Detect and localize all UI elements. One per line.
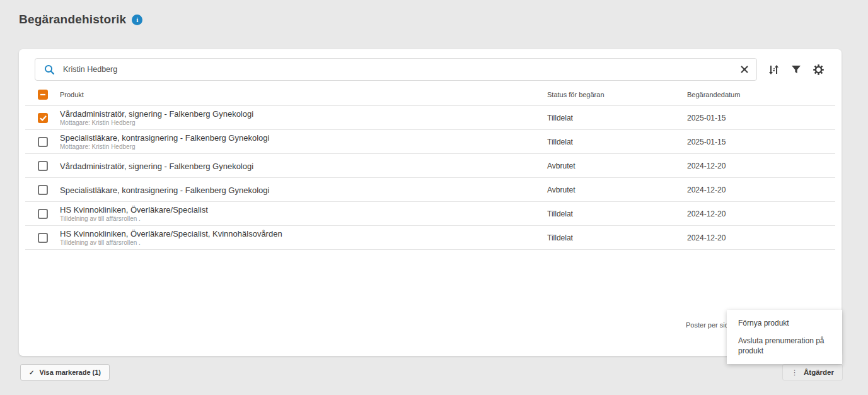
date-cell: 2024-12-20 — [687, 162, 726, 170]
product-subtitle: Tilldelning av till affärsrollen . — [60, 239, 282, 247]
row-checkbox[interactable] — [38, 137, 48, 147]
product-subtitle: Mottagare: Kristin Hedberg — [60, 143, 269, 151]
status-cell: Tilldelat — [547, 209, 573, 218]
row-checkbox[interactable] — [38, 185, 48, 195]
show-selected-label: Visa markerade (1) — [39, 368, 101, 376]
status-cell: Avbrutet — [547, 162, 575, 170]
product-cell: Vårdadministratör, signering - Falkenber… — [60, 109, 253, 127]
product-title: Specialistläkare, kontrasignering - Falk… — [60, 185, 269, 194]
column-header-status[interactable]: Status för begäran — [547, 91, 605, 98]
table-row[interactable]: HS Kvinnokliniken, Överläkare/Specialist… — [25, 202, 835, 226]
product-title: Specialistläkare, kontrasignering - Falk… — [60, 133, 269, 143]
product-cell: Specialistläkare, kontrasignering - Falk… — [60, 185, 269, 194]
table-header: Produkt Status för begäran Begärandedatu… — [25, 83, 835, 106]
date-cell: 2024-12-20 — [687, 209, 726, 218]
filter-icon[interactable] — [789, 62, 803, 76]
kebab-menu-icon: ⋮ — [791, 368, 798, 377]
product-title: HS Kvinnokliniken, Överläkare/Specialist — [60, 205, 208, 215]
table-row[interactable]: Vårdadministratör, signering - Falkenber… — [25, 154, 835, 178]
page-title-text: Begärandehistorik — [19, 13, 126, 27]
row-checkbox[interactable] — [38, 209, 48, 219]
search-input[interactable] — [63, 65, 739, 74]
date-cell: 2024-12-20 — [687, 233, 726, 242]
menu-item-end-subscription[interactable]: Avsluta prenumeration på produkt — [727, 336, 842, 356]
status-cell: Tilldelat — [547, 138, 573, 146]
info-icon[interactable]: i — [132, 15, 142, 25]
clear-search-icon[interactable] — [739, 64, 750, 75]
date-cell: 2025-01-15 — [687, 138, 726, 146]
actions-button[interactable]: ⋮ Åtgärder — [782, 364, 843, 380]
search-box — [35, 58, 757, 81]
table-body: Vårdadministratör, signering - Falkenber… — [25, 106, 835, 250]
actions-context-menu: Förnya produkt Avsluta prenumeration på … — [727, 310, 842, 364]
column-header-product[interactable]: Produkt — [60, 91, 84, 98]
product-title: Vårdadministratör, signering - Falkenber… — [60, 161, 253, 170]
table-row[interactable]: HS Kvinnokliniken, Överläkare/Specialist… — [25, 226, 835, 250]
search-icon — [44, 64, 55, 75]
search-toolbar — [35, 58, 826, 81]
status-cell: Tilldelat — [547, 233, 573, 242]
product-title: HS Kvinnokliniken, Överläkare/Specialist… — [60, 229, 282, 239]
column-header-date[interactable]: Begärandedatum — [687, 91, 740, 98]
table-row[interactable]: Vårdadministratör, signering - Falkenber… — [25, 106, 835, 130]
show-selected-button[interactable]: ✓ Visa markerade (1) — [20, 364, 110, 380]
check-icon: ✓ — [29, 369, 34, 376]
request-history-card: Produkt Status för begäran Begärandedatu… — [19, 49, 842, 356]
select-all-checkbox[interactable] — [38, 90, 48, 100]
row-checkbox[interactable] — [38, 113, 48, 123]
request-history-page: Begärandehistorik i — [0, 0, 868, 395]
sort-icon[interactable] — [767, 62, 781, 77]
date-cell: 2024-12-20 — [687, 186, 726, 194]
date-cell: 2025-01-15 — [687, 114, 726, 122]
product-cell: Specialistläkare, kontrasignering - Falk… — [60, 133, 269, 151]
product-title: Vårdadministratör, signering - Falkenber… — [60, 109, 253, 119]
row-checkbox[interactable] — [38, 161, 48, 171]
gear-icon[interactable] — [811, 62, 826, 77]
menu-item-renew-product[interactable]: Förnya produkt — [727, 318, 842, 328]
product-cell: HS Kvinnokliniken, Överläkare/Specialist… — [60, 205, 208, 223]
actions-label: Åtgärder — [804, 368, 834, 376]
page-title: Begärandehistorik i — [19, 13, 142, 27]
product-subtitle: Tilldelning av till affärsrollen . — [60, 215, 208, 223]
row-checkbox[interactable] — [38, 233, 48, 243]
product-cell: HS Kvinnokliniken, Överläkare/Specialist… — [60, 229, 282, 247]
toolbar-icons — [767, 62, 826, 77]
table-row[interactable]: Specialistläkare, kontrasignering - Falk… — [25, 130, 835, 154]
product-subtitle: Mottagare: Kristin Hedberg — [60, 119, 253, 127]
status-cell: Avbrutet — [547, 186, 575, 194]
status-cell: Tilldelat — [547, 114, 573, 122]
table-row[interactable]: Specialistläkare, kontrasignering - Falk… — [25, 178, 835, 202]
product-cell: Vårdadministratör, signering - Falkenber… — [60, 161, 253, 170]
